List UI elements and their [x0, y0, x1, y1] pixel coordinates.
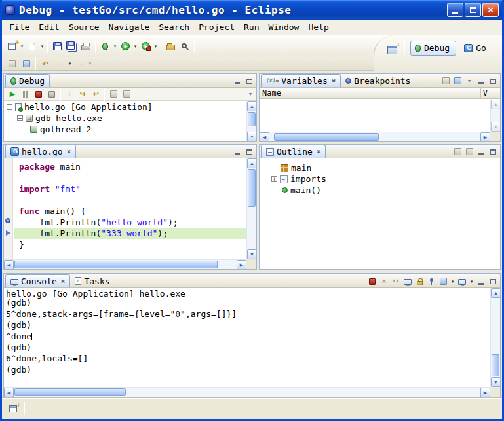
debug-launch-button[interactable]: [98, 39, 112, 54]
open-task-button[interactable]: [163, 39, 178, 54]
console-scrollbar-horizontal[interactable]: ◀ ▶: [4, 387, 490, 397]
expander-icon[interactable]: +: [271, 176, 277, 182]
disconnect-button[interactable]: [45, 88, 58, 100]
forward-dropdown-icon[interactable]: ▾: [87, 61, 93, 66]
pin-console-button[interactable]: [426, 276, 436, 286]
terminate-console-button[interactable]: [367, 276, 378, 286]
view-menu-icon[interactable]: ▾: [464, 76, 475, 86]
open-console-dropdown-icon[interactable]: ▾: [469, 279, 475, 286]
remove-launch-button[interactable]: ×: [379, 276, 389, 286]
new-wizard-button[interactable]: [5, 39, 19, 54]
console-scrollbar-vertical[interactable]: ▲ ▼: [490, 288, 500, 387]
run-launch-dropdown-icon[interactable]: ▾: [132, 44, 138, 49]
menu-file[interactable]: File: [5, 20, 34, 34]
toggle-mark-occurrences-button[interactable]: [5, 58, 19, 69]
editor-scrollbar-vertical[interactable]: ▲ ▼: [246, 158, 256, 259]
scrollbar-thumb[interactable]: [14, 388, 126, 396]
tab-outline[interactable]: Outline ×: [261, 145, 326, 158]
scroll-up-icon[interactable]: ▲: [247, 158, 256, 168]
display-console-dropdown-icon[interactable]: ▾: [450, 279, 456, 286]
save-button[interactable]: [50, 39, 64, 54]
run-launch-button[interactable]: [118, 39, 132, 54]
tree-item-process[interactable]: − gdb-hello.exe: [4, 113, 256, 124]
forward-button[interactable]: →: [73, 58, 87, 69]
scroll-down-icon[interactable]: ▼: [491, 122, 500, 132]
menu-window[interactable]: Window: [263, 20, 303, 34]
outline-item-imports[interactable]: + imports: [260, 174, 500, 185]
scrollbar-thumb[interactable]: [492, 354, 499, 376]
scroll-up-icon[interactable]: ▲: [491, 288, 500, 298]
collapse-all-button[interactable]: [452, 76, 463, 86]
back-dropdown-icon[interactable]: ▾: [67, 61, 73, 66]
minimize-view-icon[interactable]: [232, 76, 242, 86]
tab-hello-go[interactable]: hello.go ×: [5, 145, 76, 158]
menu-search[interactable]: Search: [154, 20, 194, 34]
tab-console[interactable]: Console ×: [5, 274, 70, 287]
save-all-button[interactable]: [64, 39, 79, 54]
perspective-debug-button[interactable]: Debug: [410, 41, 456, 56]
scrollbar-thumb[interactable]: [274, 133, 379, 141]
scroll-right-icon[interactable]: ▶: [237, 260, 246, 269]
maximize-view-icon[interactable]: [488, 147, 498, 156]
variables-table[interactable]: ▲ ▼ ◀ ▶: [260, 100, 500, 141]
view-menu-icon[interactable]: ▾: [249, 91, 252, 97]
scroll-down-icon[interactable]: ▼: [247, 249, 256, 259]
tree-item-thread[interactable]: gothread-2: [4, 124, 256, 135]
menu-edit[interactable]: Edit: [34, 20, 64, 34]
code-editor[interactable]: package main import "fmt" func main() { …: [14, 158, 246, 259]
expander-icon[interactable]: −: [7, 104, 12, 110]
variables-scrollbar-vertical[interactable]: ▲ ▼: [490, 100, 500, 132]
step-return-button[interactable]: ↩: [89, 88, 102, 100]
maximize-view-icon[interactable]: [244, 76, 254, 86]
filter-button[interactable]: [464, 147, 475, 156]
tab-breakpoints[interactable]: Breakpoints: [341, 74, 415, 87]
close-tab-icon[interactable]: ×: [61, 278, 66, 285]
scroll-left-icon[interactable]: ◀: [260, 132, 269, 141]
step-over-button[interactable]: ↪: [76, 88, 89, 100]
close-tab-icon[interactable]: ×: [67, 148, 71, 155]
menu-help[interactable]: Help: [303, 20, 333, 34]
minimize-view-icon[interactable]: [476, 76, 486, 86]
tree-item-launch[interactable]: − hello.go [Go Application]: [4, 101, 256, 113]
menu-project[interactable]: Project: [194, 20, 239, 34]
maximize-view-icon[interactable]: [488, 276, 498, 286]
variables-scrollbar-horizontal[interactable]: ◀ ▶: [260, 132, 490, 141]
menu-navigate[interactable]: Navigate: [104, 20, 155, 34]
menu-run[interactable]: Run: [239, 20, 263, 34]
show-type-names-button[interactable]: [440, 76, 451, 86]
drop-to-frame-button[interactable]: [107, 88, 120, 100]
resume-button[interactable]: ▶: [6, 88, 19, 100]
last-edit-location-button[interactable]: ↶: [38, 58, 52, 69]
sort-button[interactable]: [452, 147, 463, 156]
toggle-breadcrumb-button[interactable]: [19, 58, 33, 69]
tab-debug[interactable]: Debug: [5, 74, 50, 87]
tab-variables[interactable]: (x)= Variables ×: [261, 74, 341, 87]
search-button[interactable]: [178, 39, 192, 54]
maximize-view-icon[interactable]: [488, 76, 498, 86]
tab-tasks[interactable]: Tasks: [70, 274, 114, 287]
minimize-view-icon[interactable]: [232, 147, 242, 156]
open-console-button[interactable]: [457, 276, 467, 286]
outline-tree[interactable]: main + imports main(): [260, 158, 500, 269]
external-tools-dropdown-icon[interactable]: ▾: [153, 44, 159, 49]
fast-view-button[interactable]: [6, 401, 20, 416]
column-value[interactable]: V: [480, 88, 490, 98]
new-go-file-button[interactable]: [25, 39, 39, 54]
scrollbar-thumb[interactable]: [14, 261, 218, 268]
outline-item-package[interactable]: main: [260, 162, 500, 174]
remove-all-launches-button[interactable]: ××: [391, 276, 401, 286]
clear-console-button[interactable]: [402, 276, 413, 286]
scrollbar-thumb[interactable]: [248, 169, 256, 207]
expander-icon[interactable]: −: [17, 115, 23, 121]
minimize-button[interactable]: [447, 3, 463, 17]
debug-scrollbar-vertical[interactable]: ▲ ▼: [246, 101, 256, 141]
perspective-go-button[interactable]: Go: [459, 41, 493, 56]
scroll-up-icon[interactable]: ▲: [247, 101, 256, 111]
new-wizard-dropdown-icon[interactable]: ▾: [19, 44, 25, 49]
breakpoint-icon[interactable]: [5, 218, 10, 223]
new-go-file-dropdown-icon[interactable]: ▾: [39, 44, 45, 49]
editor-scrollbar-horizontal[interactable]: ◀ ▶: [4, 259, 246, 269]
scroll-up-icon[interactable]: ▲: [491, 100, 500, 109]
suspend-button[interactable]: [19, 88, 32, 100]
print-button[interactable]: [79, 39, 93, 54]
